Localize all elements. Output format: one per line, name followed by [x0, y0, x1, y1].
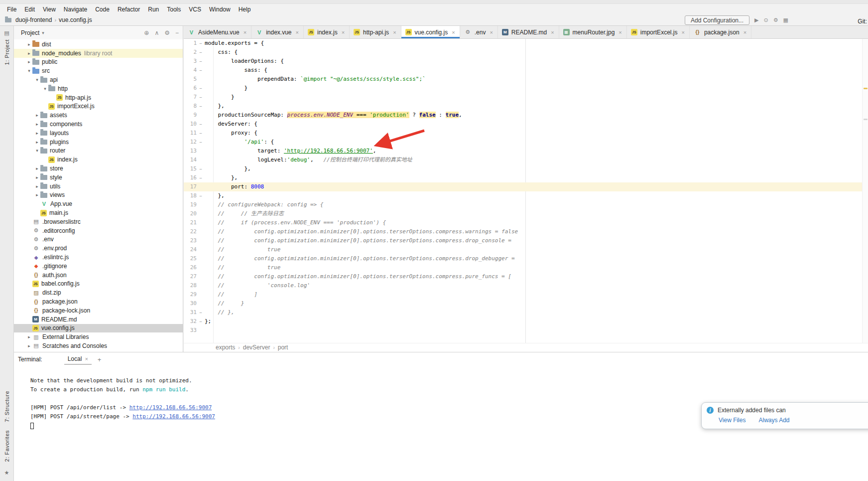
menu-item-help[interactable]: Help [235, 5, 255, 14]
editor-scrollbar[interactable] [862, 39, 868, 343]
settings-gear-icon[interactable]: ⚙ [164, 29, 170, 36]
tab-http-api-js[interactable]: JShttp-api.js× [350, 26, 401, 38]
fold-marker[interactable]: − [197, 129, 205, 138]
view-files-link[interactable]: View Files [719, 417, 745, 424]
chevron-down-icon[interactable]: ▾ [34, 148, 40, 153]
toolwindow-button-favorites[interactable]: 2: Favorites [4, 430, 10, 462]
tab-close-icon[interactable]: × [296, 29, 299, 35]
locate-file-icon[interactable]: ⊕ [144, 29, 149, 36]
terminal-link[interactable]: http://192.168.66.56:9007 [132, 413, 215, 420]
menu-item-refactor[interactable]: Refactor [114, 5, 144, 14]
breadcrumb-devserver[interactable]: devServer [243, 344, 270, 351]
target-url-link[interactable]: 'http://192.168.66.56:9007' [284, 148, 373, 154]
chevron-down-icon[interactable]: ▾ [42, 86, 48, 91]
chevron-right-icon[interactable]: ▸ [26, 42, 32, 47]
add-configuration-button[interactable]: Add Configuration... [685, 15, 749, 25]
menu-item-vcs[interactable]: VCS [185, 5, 205, 14]
tab-env[interactable]: ⚙.env× [460, 26, 498, 38]
terminal-tab-local[interactable]: Local × [64, 354, 92, 365]
tree-item-package-lock-json[interactable]: {}package-lock.json [14, 306, 183, 315]
terminal-link[interactable]: http://192.168.66.56:9007 [129, 404, 212, 411]
fold-marker[interactable]: − [197, 120, 205, 129]
collapse-all-icon[interactable]: ∧ [154, 29, 159, 36]
run-icon[interactable]: ▶ [754, 17, 758, 23]
tree-item-babel-config-js[interactable]: JSbabel.config.js [14, 280, 183, 289]
tab-close-icon[interactable]: × [490, 29, 493, 35]
tab-importexcel-js[interactable]: JSimportExcel.js× [627, 26, 690, 38]
tab-vue-config-js[interactable]: JSvue.config.js× [401, 26, 460, 38]
chevron-right-icon[interactable]: ▸ [34, 122, 40, 127]
chevron-right-icon[interactable]: ▸ [34, 192, 40, 197]
fold-marker[interactable]: − [197, 138, 205, 147]
tree-item-store[interactable]: ▸store [14, 164, 183, 173]
favorites-star-icon[interactable]: ★ [4, 470, 9, 476]
fold-marker[interactable]: − [197, 39, 205, 48]
terminal-cursor[interactable] [30, 423, 34, 429]
chevron-right-icon[interactable]: ▸ [34, 166, 40, 171]
tree-item-utils[interactable]: ▸utils [14, 182, 183, 191]
tab-close-icon[interactable]: × [619, 29, 621, 35]
tab-close-icon[interactable]: × [342, 29, 345, 35]
menu-item-navigate[interactable]: Navigate [60, 5, 91, 14]
tree-item-api[interactable]: ▾api [14, 75, 183, 84]
toolwindow-button-structure[interactable]: 7: Structure [4, 391, 10, 422]
tab-close-icon[interactable]: × [244, 29, 247, 35]
chevron-right-icon[interactable]: ▸ [34, 175, 40, 180]
tree-item-dist-zip[interactable]: ▨dist.zip [14, 288, 183, 297]
menu-item-edit[interactable]: Edit [20, 5, 39, 14]
menu-item-window[interactable]: Window [205, 5, 235, 14]
menu-item-tools[interactable]: Tools [163, 5, 185, 14]
tree-item-plugins[interactable]: ▸plugins [14, 138, 183, 147]
tree-item-env-prod[interactable]: ⚙.env.prod [14, 244, 183, 253]
chevron-right-icon[interactable]: ▸ [26, 334, 32, 339]
tab-close-icon[interactable]: × [744, 29, 746, 35]
tab-close-icon[interactable]: × [551, 29, 554, 35]
fold-marker[interactable]: − [197, 173, 205, 182]
menu-item-view[interactable]: View [39, 5, 60, 14]
chevron-down-icon[interactable]: ▾ [34, 77, 40, 82]
always-add-link[interactable]: Always Add [758, 417, 789, 424]
fold-marker[interactable]: − [197, 317, 205, 326]
fold-marker[interactable]: − [197, 84, 205, 93]
tree-item-readme-md[interactable]: MREADME.md [14, 315, 183, 324]
tree-item-http-api-js[interactable]: JShttp-api.js [14, 93, 183, 102]
tab-close-icon[interactable]: × [452, 29, 455, 35]
tree-item-public[interactable]: ▸public [14, 58, 183, 67]
tab-close-icon[interactable]: × [393, 29, 396, 35]
tree-item-external-libraries[interactable]: ▸▥External Libraries [14, 332, 183, 341]
fold-marker[interactable]: − [197, 191, 205, 200]
project-toolwindow-icon[interactable]: ▤ [4, 30, 9, 36]
chevron-right-icon[interactable]: ▸ [34, 184, 40, 189]
tab-readme-md[interactable]: MREADME.md× [498, 26, 559, 38]
fold-marker[interactable]: − [197, 66, 205, 75]
tab-close-icon[interactable]: × [85, 356, 88, 362]
tree-item-node-modules[interactable]: ▸node_moduleslibrary root [14, 49, 183, 58]
menu-item-code[interactable]: Code [91, 5, 114, 14]
hide-panel-icon[interactable]: − [175, 29, 179, 36]
chevron-right-icon[interactable]: ▸ [26, 59, 32, 64]
tree-item-gitignore[interactable]: ◆.gitignore [14, 262, 183, 271]
breadcrumb-port[interactable]: port [278, 344, 288, 351]
fold-marker[interactable]: − [197, 57, 205, 66]
tree-item-browserslistrc[interactable]: ▤.browserslistrc [14, 217, 183, 226]
tree-item-views[interactable]: ▸views [14, 191, 183, 200]
tree-item-scratches-and-consoles[interactable]: ▸▤Scratches and Consoles [14, 341, 183, 350]
fold-marker[interactable]: − [197, 164, 205, 173]
tab-close-icon[interactable]: × [681, 29, 684, 35]
tree-item-auth-json[interactable]: {}auth.json [14, 271, 183, 280]
tab-index-js[interactable]: JSindex.js× [304, 26, 350, 38]
menu-item-file[interactable]: File [3, 5, 20, 14]
tab-index-vue[interactable]: Vindex.vue× [251, 26, 304, 38]
tree-item-router[interactable]: ▾router [14, 147, 183, 156]
project-panel-title[interactable]: Project [21, 29, 39, 36]
chevron-right-icon[interactable]: ▸ [34, 140, 40, 145]
menu-item-run[interactable]: Run [144, 5, 163, 14]
fold-marker[interactable]: − [197, 308, 205, 317]
tree-item-main-js[interactable]: JSmain.js [14, 208, 183, 217]
chevron-right-icon[interactable]: ▸ [26, 51, 32, 56]
tree-item-app-vue[interactable]: VApp.vue [14, 199, 183, 208]
tree-item-eslintrc-js[interactable]: ◆.eslintrc.js [14, 253, 183, 262]
tree-item-src[interactable]: ▾src [14, 66, 183, 75]
tree-item-http[interactable]: ▾http [14, 84, 183, 93]
tree-item-env[interactable]: ⚙.env [14, 235, 183, 244]
